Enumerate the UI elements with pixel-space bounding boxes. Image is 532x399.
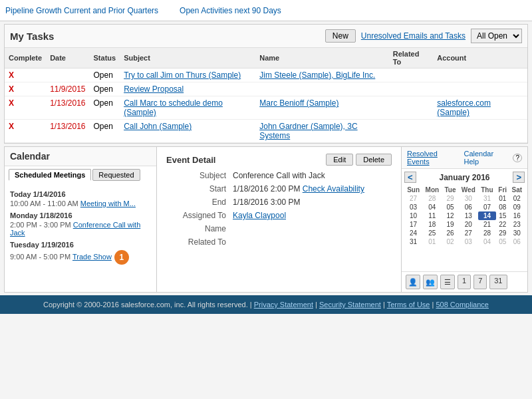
calendar-day[interactable]: 09 [509,203,525,211]
calendar-day[interactable]: 21 [478,220,496,229]
calendar-day[interactable]: 10 [404,211,422,220]
next-month-button[interactable]: > [513,172,525,183]
complete-x-link[interactable]: X [9,70,14,80]
calendar-day[interactable]: 28 [478,229,496,237]
calendar-day[interactable]: 15 [496,211,509,220]
resolved-events-link[interactable]: Resolved Events [407,150,458,166]
privacy-statement-link[interactable]: Privacy Statement [254,301,313,309]
group-view-icon[interactable]: 👥 [423,275,438,289]
calendar-day[interactable]: 02 [442,237,458,246]
month-view-button[interactable]: 31 [489,275,507,289]
complete-x-link[interactable]: X [9,122,14,131]
calendar-day[interactable]: 03 [404,203,422,211]
calendar-day[interactable]: 26 [442,229,458,237]
check-availability-link[interactable]: Check Availability [303,184,364,194]
assigned-to-link[interactable]: Kayla Claypool [233,211,286,220]
calendar-day[interactable]: 02 [509,194,525,203]
edit-event-button[interactable]: Edit [326,154,353,166]
account-cell [433,120,527,143]
complete-x-link[interactable]: X [9,98,14,108]
calendar-help-link[interactable]: Calendar Help [464,150,507,166]
terms-of-use-link[interactable]: Terms of Use [387,301,430,309]
week-view-button[interactable]: 7 [473,275,487,289]
date-cell: 1/13/2016 [46,96,89,120]
event-field-label: End [166,198,233,207]
calendar-day[interactable]: 08 [496,203,509,211]
subject-cell: Call John (Sample) [120,120,255,143]
calendar-day[interactable]: 17 [404,220,422,229]
calendar-day[interactable]: 13 [458,211,478,220]
calendar-day[interactable]: 12 [442,211,458,220]
calendar-day[interactable]: 22 [496,220,509,229]
account-link[interactable]: salesforce.com (Sample) [437,98,491,117]
security-statement-link[interactable]: Security Statement [319,301,381,309]
event-link[interactable]: Trade Show [72,253,112,261]
calendar-day[interactable]: 20 [458,220,478,229]
compliance-link[interactable]: 508 Compliance [436,301,489,309]
day-view-button[interactable]: 1 [458,275,471,289]
unresolved-emails-link[interactable]: Unresolved Emails and Tasks [361,31,466,41]
subject-link[interactable]: Review Proposal [124,84,184,94]
event-field-value: Conference Call with Jack [233,171,392,180]
calendar-day[interactable]: 25 [422,229,442,237]
calendar-day[interactable]: 18 [422,220,442,229]
tab-requested[interactable]: Requested [92,169,140,181]
subject-link[interactable]: Call John (Sample) [124,122,192,131]
tab-scheduled-meetings[interactable]: Scheduled Meetings [9,169,91,181]
complete-x-link[interactable]: X [9,84,14,94]
calendar-day[interactable]: 06 [458,203,478,211]
col-status: Status [90,48,120,68]
calendar-day[interactable]: 05 [496,237,509,246]
people-view-icon[interactable]: 👤 [406,275,420,289]
calendar-day[interactable]: 29 [496,229,509,237]
calendar-day[interactable]: 04 [422,203,442,211]
calendar-day[interactable]: 30 [509,229,525,237]
calendar-day[interactable]: 29 [442,194,458,203]
calendar-day[interactable]: 27 [404,194,422,203]
cal-right-top: Resolved Events Calendar Help ? [402,147,527,169]
calendar-day[interactable]: 28 [422,194,442,203]
mini-cal-grid: SunMonTueWedThuFriSat2728293031010203040… [404,186,525,246]
subject-cell: Review Proposal [120,82,255,96]
calendar-day[interactable]: 06 [509,237,525,246]
list-view-icon[interactable]: ☰ [440,275,455,289]
calendar-day[interactable]: 03 [458,237,478,246]
calendar-day[interactable]: 19 [442,220,458,229]
event-link[interactable]: Meeting with M... [80,200,136,207]
cal-day-header: Tuesday 1/19/2016 [10,241,151,249]
day-header: Tue [442,186,458,194]
calendar-day[interactable]: 31 [404,237,422,246]
name-link[interactable]: John Gardner (Sample), 3C Systems [259,122,357,140]
calendar-day[interactable]: 24 [404,229,422,237]
calendar-day[interactable]: 27 [458,229,478,237]
new-task-button[interactable]: New [325,29,356,43]
badge: 1 [114,250,129,265]
calendar-day[interactable]: 01 [496,194,509,203]
calendar-day[interactable]: 14 [478,211,496,220]
delete-event-button[interactable]: Delete [356,154,392,166]
event-field-value: 1/18/2016 3:00 PM [233,198,392,207]
calendar-day[interactable]: 07 [478,203,496,211]
calendar-day[interactable]: 11 [422,211,442,220]
cal-right-links: Resolved Events Calendar Help ? [407,150,522,166]
pipeline-link[interactable]: Pipeline Growth Current and Prior Quarte… [5,6,158,15]
prev-month-button[interactable]: < [404,172,416,183]
name-link[interactable]: Marc Benioff (Sample) [259,98,338,108]
task-filter-select[interactable]: All Open [471,29,522,43]
name-cell: Jim Steele (Sample), BigLife Inc. [255,68,388,82]
calendar-right: Resolved Events Calendar Help ? < Januar… [402,146,528,293]
calendar-day[interactable]: 23 [509,220,525,229]
name-link[interactable]: Jim Steele (Sample), BigLife Inc. [259,70,375,80]
calendar-day[interactable]: 16 [509,211,525,220]
subject-link[interactable]: Call Marc to schedule demo (Sample) [124,98,223,117]
subject-link[interactable]: Try to call Jim on Thurs (Sample) [124,70,241,80]
calendar-day[interactable]: 30 [458,194,478,203]
cal-right-bottom: 👤 👥 ☰ 1 7 31 [402,271,527,292]
calendar-day[interactable]: 05 [442,203,458,211]
open-activities-link[interactable]: Open Activities next 90 Days [180,6,281,15]
calendar-day[interactable]: 01 [422,237,442,246]
calendar-day[interactable]: 31 [478,194,496,203]
calendar-day[interactable]: 04 [478,237,496,246]
my-tasks-header-right: New Unresolved Emails and Tasks All Open [325,29,522,43]
cal-day-header: Today 1/14/2016 [10,190,151,198]
